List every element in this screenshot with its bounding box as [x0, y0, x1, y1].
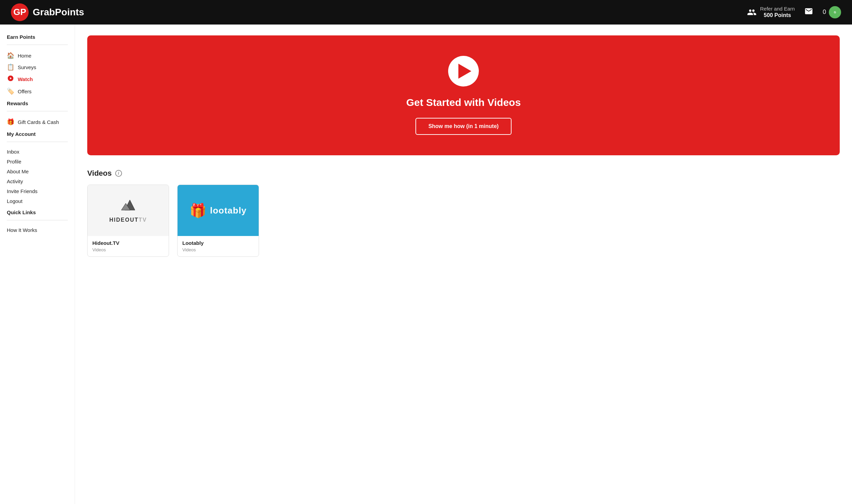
mail-icon[interactable] [804, 7, 813, 18]
sidebar-item-activity-label: Activity [7, 178, 23, 184]
sidebar-item-invite-friends[interactable]: Invite Friends [7, 186, 68, 196]
hideout-card-info: Hideout.TV Videos [88, 236, 169, 256]
lootably-card-info: Lootably Videos [178, 236, 259, 256]
quicklinks-divider [7, 220, 68, 220]
sidebar-item-offers-label: Offers [18, 89, 32, 94]
sidebar-item-surveys[interactable]: 📋 Surveys [7, 61, 68, 73]
video-card-hideout[interactable]: HIDEOUTTV Hideout.TV Videos [87, 185, 169, 257]
hideout-card-type: Videos [92, 247, 164, 252]
main-content: Get Started with Videos Show me how (in … [75, 25, 852, 504]
sidebar-item-logout-label: Logout [7, 198, 22, 204]
sidebar-item-offers[interactable]: 🏷️ Offers [7, 85, 68, 97]
sidebar-item-how-it-works[interactable]: How It Works [7, 225, 68, 235]
sidebar-item-invite-friends-label: Invite Friends [7, 188, 37, 194]
sidebar-item-inbox[interactable]: Inbox [7, 147, 68, 157]
gift-cards-icon: 🎁 [7, 118, 14, 126]
users-icon [747, 7, 757, 17]
earn-points-title: Earn Points [7, 34, 68, 40]
logo[interactable]: GP GrabPoints [11, 3, 84, 21]
account-divider [7, 142, 68, 142]
sidebar-item-how-it-works-label: How It Works [7, 227, 37, 233]
sidebar-item-home[interactable]: 🏠 Home [7, 50, 68, 61]
earn-divider [7, 45, 68, 45]
layout: Earn Points 🏠 Home 📋 Surveys Watch 🏷️ Of… [0, 25, 852, 504]
lootably-card-type: Videos [182, 247, 254, 252]
info-icon: i [115, 170, 122, 177]
hideout-mountain-icon [120, 198, 137, 215]
svg-text:G: G [834, 11, 836, 14]
rewards-divider [7, 111, 68, 111]
sidebar-item-logout[interactable]: Logout [7, 196, 68, 206]
header-right: Refer and Earn 500 Points 0 G [747, 5, 841, 19]
hero-title: Get Started with Videos [406, 97, 521, 108]
hideout-thumbnail: HIDEOUTTV [88, 185, 169, 236]
sidebar-item-inbox-label: Inbox [7, 149, 19, 155]
refer-earn-line2: 500 Points [760, 12, 795, 19]
play-triangle-icon [458, 64, 471, 79]
surveys-icon: 📋 [7, 63, 14, 71]
lootably-text: lootably [210, 205, 247, 216]
sidebar-item-profile[interactable]: Profile [7, 157, 68, 167]
video-card-lootably[interactable]: 🎁 lootably Lootably Videos [177, 185, 259, 257]
videos-title: Videos [87, 169, 112, 178]
home-icon: 🏠 [7, 52, 14, 59]
refer-earn-line1: Refer and Earn [760, 5, 795, 12]
sidebar-item-home-label: Home [18, 53, 31, 59]
watch-icon [7, 75, 14, 83]
hero-cta-button[interactable]: Show me how (in 1 minute) [415, 118, 512, 135]
sidebar-item-gift-cards-label: Gift Cards & Cash [18, 119, 59, 125]
hero-play-button[interactable] [448, 56, 479, 86]
videos-grid: HIDEOUTTV Hideout.TV Videos 🎁 lootably [87, 185, 840, 257]
lootably-gift-icon: 🎁 [189, 203, 207, 219]
hideout-tv-text: HIDEOUTTV [109, 217, 147, 223]
refer-earn[interactable]: Refer and Earn 500 Points [747, 5, 795, 19]
rewards-title: Rewards [7, 100, 68, 106]
lootably-card-name: Lootably [182, 240, 254, 246]
sidebar-item-gift-cards[interactable]: 🎁 Gift Cards & Cash [7, 116, 68, 128]
my-account-section: My Account Inbox Profile About Me Activi… [7, 131, 68, 206]
sidebar-item-activity[interactable]: Activity [7, 176, 68, 186]
sidebar-item-about-me-label: About Me [7, 169, 29, 174]
account-title: My Account [7, 131, 68, 137]
refer-earn-text: Refer and Earn 500 Points [760, 5, 795, 19]
hideout-card-name: Hideout.TV [92, 240, 164, 246]
lootably-logo: 🎁 lootably [189, 203, 247, 219]
sidebar-item-surveys-label: Surveys [18, 64, 36, 70]
svg-text:GP: GP [13, 7, 26, 17]
earn-points-section: Earn Points 🏠 Home 📋 Surveys Watch 🏷️ Of… [7, 34, 68, 97]
lootably-thumbnail: 🎁 lootably [178, 185, 259, 236]
sidebar-item-watch[interactable]: Watch [7, 73, 68, 85]
sidebar-item-profile-label: Profile [7, 159, 21, 164]
videos-section-header: Videos i [87, 169, 840, 178]
hero-banner: Get Started with Videos Show me how (in … [87, 35, 840, 155]
grabpoints-logo-icon: GP [11, 3, 29, 21]
offers-icon: 🏷️ [7, 88, 14, 95]
points-icon: G [829, 6, 841, 18]
hideout-logo: HIDEOUTTV [109, 198, 147, 223]
points-count: 0 [823, 9, 826, 16]
quicklinks-title: Quick Links [7, 209, 68, 215]
sidebar: Earn Points 🏠 Home 📋 Surveys Watch 🏷️ Of… [0, 25, 75, 504]
logo-text: GrabPoints [33, 7, 84, 18]
sidebar-item-about-me[interactable]: About Me [7, 167, 68, 176]
rewards-section: Rewards 🎁 Gift Cards & Cash [7, 100, 68, 128]
header: GP GrabPoints Refer and Earn 500 Points … [0, 0, 852, 25]
quick-links-section: Quick Links How It Works [7, 209, 68, 235]
points-badge: 0 G [823, 6, 841, 18]
sidebar-item-watch-label: Watch [18, 76, 33, 82]
